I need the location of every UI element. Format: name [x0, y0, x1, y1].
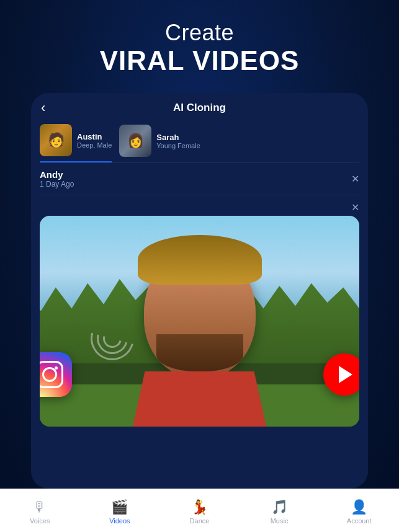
header-viral: VIRAL VIDEOS — [0, 46, 399, 76]
austin-info: Austin Deep, Male — [77, 132, 112, 149]
austin-avatar: 🧑 — [40, 124, 72, 156]
nav-bar: ‹ AI Cloning — [31, 93, 368, 119]
voice-item-austin[interactable]: 🧑 Austin Deep, Male — [40, 124, 112, 162]
second-close-button[interactable]: ✕ — [351, 202, 359, 213]
tab-account[interactable]: 👤 Account — [341, 499, 378, 525]
austin-name: Austin — [77, 132, 112, 141]
andy-date: 1 Day Ago — [40, 180, 74, 188]
voices-label: Voices — [30, 517, 50, 525]
andy-name: Andy — [40, 169, 74, 180]
account-label: Account — [347, 517, 372, 525]
austin-avatar-img: 🧑 — [40, 124, 72, 156]
back-button[interactable]: ‹ — [41, 100, 45, 116]
voice-item-sarah[interactable]: 👩 Sarah Young Female — [119, 124, 200, 162]
dance-label: Dance — [190, 517, 210, 525]
tab-dance[interactable]: 💃 Dance — [181, 499, 218, 525]
austin-desc: Deep, Male — [77, 141, 112, 149]
face-oval — [144, 247, 256, 378]
tab-music[interactable]: 🎵 Music — [261, 499, 298, 525]
sarah-info: Sarah Young Female — [156, 133, 200, 149]
sarah-avatar-img: 👩 — [119, 125, 151, 157]
tab-videos[interactable]: 🎬 Videos — [101, 499, 138, 525]
videos-icon: 🎬 — [111, 499, 128, 515]
andy-divider — [40, 195, 359, 195]
header-section: Create VIRAL VIDEOS — [0, 20, 399, 76]
nav-title: AI Cloning — [173, 102, 226, 114]
sarah-name: Sarah — [156, 133, 200, 142]
tab-bar: 🎙 Voices 🎬 Videos 💃 Dance 🎵 Music 👤 Acco… — [0, 489, 399, 532]
andy-info: Andy 1 Day Ago — [40, 169, 74, 188]
wave-arc-3 — [83, 309, 142, 368]
dance-icon: 💃 — [191, 499, 208, 515]
youtube-play-icon — [339, 366, 352, 383]
sarah-desc: Young Female — [156, 142, 200, 149]
tab-voices[interactable]: 🎙 Voices — [21, 499, 58, 525]
phone-card: ‹ AI Cloning 🧑 Austin Deep, Male 👩 Sarah… — [31, 93, 368, 489]
instagram-icon[interactable] — [40, 352, 72, 397]
sarah-avatar: 👩 — [119, 125, 151, 157]
andy-row: Andy 1 Day Ago ✕ — [31, 163, 368, 192]
shirt — [132, 371, 268, 427]
person-face — [138, 247, 262, 396]
videos-label: Videos — [109, 517, 130, 525]
instagram-logo — [40, 361, 63, 388]
header-create: Create — [0, 20, 399, 46]
account-icon: 👤 — [351, 499, 367, 515]
voices-row: 🧑 Austin Deep, Male 👩 Sarah Young Female — [31, 119, 368, 162]
sound-waves — [87, 314, 137, 363]
video-area — [40, 216, 359, 427]
music-label: Music — [271, 517, 289, 525]
andy-close-button[interactable]: ✕ — [351, 173, 359, 185]
music-icon: 🎵 — [271, 499, 288, 515]
second-row: ✕ — [31, 198, 368, 216]
voices-icon: 🎙 — [33, 499, 47, 515]
